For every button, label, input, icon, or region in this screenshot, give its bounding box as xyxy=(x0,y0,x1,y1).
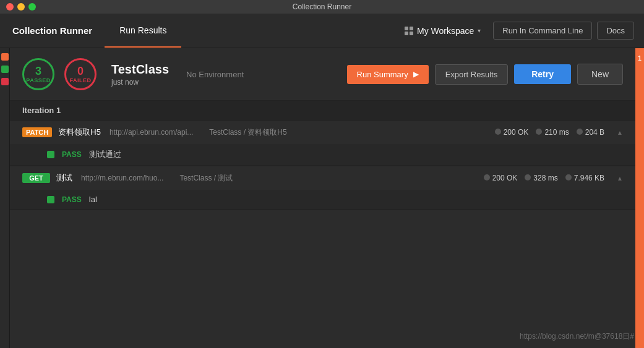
request-path: TestClass / 资料领取H5 xyxy=(209,127,286,138)
maximize-button[interactable] xyxy=(28,3,36,11)
retry-button[interactable]: Retry xyxy=(514,64,571,84)
failed-badge: 0 FAILED xyxy=(64,58,97,90)
iteration-number-badge: 1 xyxy=(635,52,644,64)
size-dot xyxy=(565,174,572,180)
docs-button[interactable]: Docs xyxy=(597,22,634,40)
close-button[interactable] xyxy=(6,3,14,11)
results-area: Iteration 1 PATCH 资料领取H5 http://api.ebru… xyxy=(10,101,635,348)
request-main-row: PATCH 资料领取H5 http://api.ebrun.com/api...… xyxy=(10,121,635,144)
result-pass-indicator xyxy=(47,151,54,158)
request-stats: 200 OK 328 ms 7.946 KB ▲ xyxy=(484,174,623,182)
header-actions: Run Summary ▶ Export Results Retry New xyxy=(347,64,623,85)
result-pass-indicator xyxy=(47,196,54,203)
export-results-button[interactable]: Export Results xyxy=(435,64,509,85)
failed-count: 0 xyxy=(77,66,84,77)
method-badge-get: GET xyxy=(22,173,50,183)
watermark: https://blog.csdn.net/m@37618日# xyxy=(520,331,634,342)
status-code: 200 OK xyxy=(504,128,529,137)
navbar: Collection Runner Run Results My Workspa… xyxy=(0,14,644,48)
request-name: 资料领取H5 xyxy=(58,127,101,138)
result-status: PASS xyxy=(62,150,82,159)
test-subtitle: just now xyxy=(111,78,169,87)
request-url: http://m.ebrun.com/huo... xyxy=(81,174,163,182)
right-panel: 1 xyxy=(635,48,644,348)
size-dot xyxy=(577,129,583,135)
nav-right-buttons: Run In Command Line Docs xyxy=(493,22,644,40)
result-test-name: lal xyxy=(89,195,97,204)
response-size: 7.946 KB xyxy=(574,174,604,182)
failed-label: FAILED xyxy=(69,77,91,83)
test-info: TestClass just now xyxy=(111,62,169,87)
status-dot xyxy=(495,129,501,135)
passed-badge: 3 PASSED xyxy=(22,58,54,90)
new-button[interactable]: New xyxy=(577,64,623,85)
request-name: 测试 xyxy=(56,172,72,184)
workspace-label: My Workspace xyxy=(417,26,474,36)
collapse-icon[interactable]: ▲ xyxy=(617,129,623,136)
method-badge-patch: PATCH xyxy=(22,127,52,137)
main-panel: 3 PASSED 0 FAILED TestClass just now No … xyxy=(10,48,635,348)
response-time: 210 ms xyxy=(544,128,569,137)
request-row: GET 测试 http://m.ebrun.com/huo... TestCla… xyxy=(10,166,635,210)
time-dot xyxy=(525,174,531,180)
test-header: 3 PASSED 0 FAILED TestClass just now No … xyxy=(10,48,635,101)
run-summary-button[interactable]: Run Summary ▶ xyxy=(347,65,429,84)
chevron-down-icon: ▾ xyxy=(478,27,481,34)
test-result-row: PASS lal xyxy=(10,190,635,210)
request-stats: 200 OK 210 ms 204 B ▲ xyxy=(495,128,623,137)
tab-run-results[interactable]: Run Results xyxy=(105,14,181,48)
iteration-header: Iteration 1 xyxy=(10,101,635,121)
titlebar: Collection Runner xyxy=(0,0,644,14)
traffic-lights xyxy=(6,3,36,11)
test-result-row: PASS 测试通过 xyxy=(10,144,635,166)
response-time: 328 ms xyxy=(533,174,557,182)
status-dot xyxy=(484,174,490,180)
sidebar-item-orange[interactable] xyxy=(1,53,9,61)
collapse-icon[interactable]: ▲ xyxy=(617,175,623,182)
content-area: 3 PASSED 0 FAILED TestClass just now No … xyxy=(0,48,644,348)
sidebar xyxy=(0,48,10,348)
response-size: 204 B xyxy=(585,128,604,137)
minimize-button[interactable] xyxy=(17,3,25,11)
sidebar-item-green[interactable] xyxy=(1,66,9,73)
request-main-row: GET 测试 http://m.ebrun.com/huo... TestCla… xyxy=(10,166,635,190)
sidebar-item-red[interactable] xyxy=(1,78,9,85)
workspace-icon xyxy=(405,27,413,35)
command-line-button[interactable]: Run In Command Line xyxy=(493,22,592,40)
passed-label: PASSED xyxy=(26,77,50,83)
nav-brand: Collection Runner xyxy=(0,14,105,48)
passed-count: 3 xyxy=(35,66,41,77)
test-environment: No Environment xyxy=(186,70,244,79)
time-dot xyxy=(536,129,542,135)
request-url: http://api.ebrun.com/api... xyxy=(109,128,193,137)
workspace-selector[interactable]: My Workspace ▾ xyxy=(392,26,493,36)
result-status: PASS xyxy=(62,195,82,204)
window-title: Collection Runner xyxy=(293,2,351,11)
status-code: 200 OK xyxy=(492,174,518,182)
request-path: TestClass / 测试 xyxy=(179,173,233,184)
test-name: TestClass xyxy=(111,62,169,77)
arrow-right-icon: ▶ xyxy=(413,70,419,79)
result-test-name: 测试通过 xyxy=(89,149,121,160)
request-row: PATCH 资料领取H5 http://api.ebrun.com/api...… xyxy=(10,121,635,166)
